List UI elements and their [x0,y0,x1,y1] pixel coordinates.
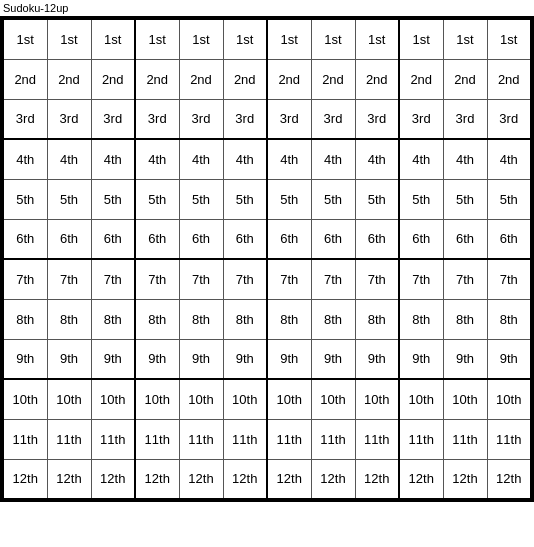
table-cell: 11th [443,419,487,459]
table-row: 9th9th9th9th9th9th9th9th9th9th9th9th [3,339,531,379]
table-cell: 1st [3,19,47,59]
table-cell: 4th [223,139,267,179]
table-row: 2nd2nd2nd2nd2nd2nd2nd2nd2nd2nd2nd2nd [3,59,531,99]
table-cell: 9th [135,339,179,379]
table-cell: 7th [179,259,223,299]
table-cell: 11th [267,419,311,459]
table-cell: 4th [443,139,487,179]
table-cell: 7th [311,259,355,299]
table-cell: 9th [179,339,223,379]
table-cell: 4th [91,139,135,179]
sudoku-table: 1st1st1st1st1st1st1st1st1st1st1st1st2nd2… [2,18,532,500]
table-cell: 12th [47,459,91,499]
table-cell: 1st [223,19,267,59]
table-cell: 9th [223,339,267,379]
table-cell: 7th [223,259,267,299]
table-cell: 6th [179,219,223,259]
table-cell: 12th [487,459,531,499]
table-cell: 8th [443,299,487,339]
table-cell: 7th [399,259,443,299]
table-cell: 4th [311,139,355,179]
table-cell: 10th [443,379,487,419]
table-cell: 4th [355,139,399,179]
table-cell: 6th [135,219,179,259]
table-cell: 7th [487,259,531,299]
table-cell: 6th [311,219,355,259]
table-cell: 5th [179,179,223,219]
table-cell: 8th [91,299,135,339]
table-cell: 3rd [487,99,531,139]
table-cell: 3rd [3,99,47,139]
table-cell: 6th [267,219,311,259]
table-cell: 6th [3,219,47,259]
table-cell: 6th [399,219,443,259]
table-cell: 6th [223,219,267,259]
table-cell: 1st [47,19,91,59]
table-cell: 2nd [135,59,179,99]
table-cell: 5th [47,179,91,219]
table-cell: 11th [399,419,443,459]
table-cell: 9th [3,339,47,379]
page-title: Sudoku-12up [3,2,68,14]
table-cell: 9th [91,339,135,379]
table-cell: 11th [179,419,223,459]
table-cell: 4th [487,139,531,179]
table-cell: 10th [355,379,399,419]
table-row: 1st1st1st1st1st1st1st1st1st1st1st1st [3,19,531,59]
grid-container: 1st1st1st1st1st1st1st1st1st1st1st1st2nd2… [0,16,534,502]
table-cell: 8th [3,299,47,339]
table-cell: 10th [223,379,267,419]
table-cell: 10th [179,379,223,419]
table-row: 7th7th7th7th7th7th7th7th7th7th7th7th [3,259,531,299]
table-cell: 8th [223,299,267,339]
table-cell: 10th [47,379,91,419]
table-cell: 12th [179,459,223,499]
table-cell: 5th [355,179,399,219]
table-cell: 2nd [311,59,355,99]
table-cell: 5th [267,179,311,219]
table-cell: 4th [267,139,311,179]
table-cell: 4th [3,139,47,179]
table-cell: 1st [135,19,179,59]
table-cell: 2nd [443,59,487,99]
table-cell: 12th [3,459,47,499]
table-cell: 12th [91,459,135,499]
table-cell: 1st [311,19,355,59]
table-cell: 3rd [355,99,399,139]
table-cell: 3rd [223,99,267,139]
table-cell: 9th [311,339,355,379]
table-row: 5th5th5th5th5th5th5th5th5th5th5th5th [3,179,531,219]
table-cell: 2nd [399,59,443,99]
table-cell: 4th [135,139,179,179]
table-cell: 8th [487,299,531,339]
table-cell: 3rd [267,99,311,139]
table-cell: 8th [179,299,223,339]
table-cell: 8th [135,299,179,339]
table-cell: 7th [91,259,135,299]
table-cell: 7th [267,259,311,299]
table-cell: 6th [355,219,399,259]
table-cell: 11th [223,419,267,459]
table-cell: 3rd [399,99,443,139]
table-cell: 5th [223,179,267,219]
table-cell: 2nd [47,59,91,99]
table-cell: 1st [487,19,531,59]
table-cell: 2nd [3,59,47,99]
table-row: 3rd3rd3rd3rd3rd3rd3rd3rd3rd3rd3rd3rd [3,99,531,139]
table-cell: 7th [355,259,399,299]
table-cell: 8th [267,299,311,339]
table-cell: 3rd [91,99,135,139]
table-cell: 12th [311,459,355,499]
table-cell: 7th [3,259,47,299]
table-cell: 1st [443,19,487,59]
table-cell: 6th [47,219,91,259]
table-cell: 3rd [47,99,91,139]
table-cell: 4th [47,139,91,179]
table-cell: 10th [267,379,311,419]
table-cell: 12th [443,459,487,499]
table-cell: 12th [399,459,443,499]
table-cell: 4th [179,139,223,179]
table-cell: 5th [443,179,487,219]
table-cell: 7th [47,259,91,299]
table-cell: 10th [487,379,531,419]
